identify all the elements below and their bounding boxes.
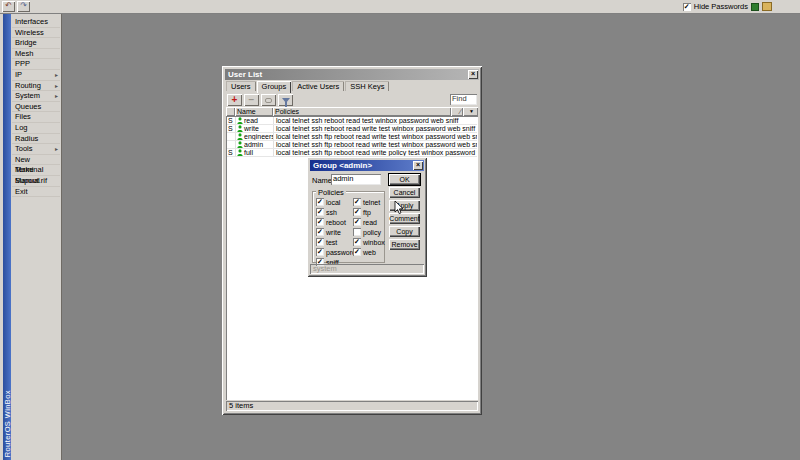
- redo-button[interactable]: ↷: [17, 1, 30, 12]
- column-dropdown-button[interactable]: ▼: [463, 107, 478, 116]
- row-policies: local telnet ssh reboot read write test …: [274, 125, 477, 132]
- group-user-icon: [237, 149, 243, 156]
- sidebar-item-make-supout-rif[interactable]: Make Supout.rif: [12, 165, 60, 176]
- add-button[interactable]: +: [227, 94, 242, 106]
- user-list-titlebar[interactable]: User List ×: [225, 69, 479, 80]
- checkbox-icon: ✓: [316, 248, 324, 256]
- column-policies[interactable]: Policies: [273, 107, 451, 116]
- redo-icon: ↷: [20, 1, 27, 10]
- minus-icon: −: [249, 95, 255, 105]
- policy-checkbox-password[interactable]: ✓password: [316, 247, 353, 257]
- group-dialog-titlebar[interactable]: Group <admin> ×: [310, 160, 424, 171]
- sidebar-item-queues[interactable]: Queues: [12, 102, 60, 113]
- checkbox-label: ssh: [326, 209, 337, 216]
- policy-checkbox-reboot[interactable]: ✓reboot: [316, 217, 353, 227]
- item-count: 5 items: [229, 401, 253, 410]
- copy-button[interactable]: Copy: [389, 226, 420, 237]
- sidebar-item-system[interactable]: System▸: [12, 91, 60, 102]
- brand-text: RouterOS WinBox: [3, 390, 12, 457]
- row-flag: [227, 133, 236, 140]
- checkbox-label: read: [363, 219, 377, 226]
- remove-button[interactable]: −: [244, 94, 259, 106]
- comment-button[interactable]: Comment: [389, 213, 420, 224]
- find-input[interactable]: Find: [450, 94, 477, 105]
- sidebar-item-files[interactable]: Files: [12, 112, 60, 123]
- top-toolbar: ↶ ↷ ✓ Hide Passwords: [0, 0, 800, 14]
- policy-checkbox-local[interactable]: ✓local: [316, 197, 353, 207]
- policy-checkbox-telnet[interactable]: ✓telnet: [353, 197, 383, 207]
- policy-checkbox-write[interactable]: ✓write: [316, 227, 353, 237]
- sidebar-item-manual[interactable]: Manual: [12, 176, 60, 187]
- filter-button[interactable]: [278, 94, 293, 106]
- sidebar-item-log[interactable]: Log: [12, 123, 60, 134]
- table-row[interactable]: Sfulllocal telnet ssh ftp reboot read wr…: [227, 149, 477, 157]
- table-row[interactable]: engineerslocal telnet ssh ftp reboot rea…: [227, 133, 477, 141]
- sidebar-item-wireless[interactable]: Wireless: [12, 28, 60, 39]
- undo-button[interactable]: ↶: [2, 1, 15, 12]
- remove-button[interactable]: Remove: [389, 239, 420, 250]
- tab-active-users[interactable]: Active Users: [292, 81, 344, 91]
- sidebar-item-interfaces[interactable]: Interfaces: [12, 17, 60, 28]
- sidebar-item-ip[interactable]: IP▸: [12, 70, 60, 81]
- sidebar: RouterOS WinBox InterfacesWirelessBridge…: [0, 14, 62, 460]
- row-flag: S: [227, 117, 236, 124]
- ok-button[interactable]: OK: [389, 174, 420, 185]
- policy-checkbox-policy[interactable]: policy: [353, 227, 383, 237]
- user-list-close-button[interactable]: ×: [468, 70, 478, 79]
- group-dialog-close-button[interactable]: ×: [413, 161, 423, 170]
- hide-passwords-label: Hide Passwords: [694, 2, 748, 11]
- row-name-cell: full: [236, 149, 274, 156]
- policies-legend: Policies: [316, 188, 346, 197]
- column-flag[interactable]: [226, 107, 235, 116]
- group-user-icon: [237, 117, 243, 124]
- policy-checkbox-winbox[interactable]: ✓winbox: [353, 237, 383, 247]
- checkbox-label: test: [326, 239, 337, 246]
- comment-button[interactable]: [261, 94, 276, 106]
- sidebar-item-exit[interactable]: Exit: [12, 187, 60, 198]
- user-list-title: User List: [228, 70, 262, 79]
- row-name: read: [244, 117, 258, 124]
- tab-users[interactable]: Users: [226, 81, 256, 91]
- group-dialog-title: Group <admin>: [313, 161, 372, 170]
- column-name[interactable]: Name: [235, 107, 273, 116]
- checkbox-label: password: [326, 249, 356, 256]
- policy-checkbox-ftp[interactable]: ✓ftp: [353, 207, 383, 217]
- sidebar-item-ppp[interactable]: PPP: [12, 59, 60, 70]
- group-user-icon: [237, 133, 243, 140]
- policy-checkbox-web[interactable]: ✓web: [353, 247, 383, 257]
- policy-checkbox-ssh[interactable]: ✓ssh: [316, 207, 353, 217]
- filter-funnel-icon: [282, 98, 290, 103]
- name-field[interactable]: admin: [331, 174, 381, 185]
- apply-button[interactable]: Apply: [389, 200, 420, 211]
- row-flag: [227, 141, 236, 148]
- submenu-arrow-icon: ▸: [55, 81, 58, 92]
- submenu-arrow-icon: ▸: [55, 91, 58, 102]
- table-row[interactable]: Swritelocal telnet ssh reboot read write…: [227, 125, 477, 133]
- row-name-cell: engineers: [236, 133, 274, 140]
- policy-checkbox-read[interactable]: ✓read: [353, 217, 383, 227]
- userlist-status-bar: 5 items: [226, 401, 478, 411]
- submenu-arrow-icon: ▸: [55, 70, 58, 81]
- checkbox-icon: ✓: [316, 218, 324, 226]
- cancel-button[interactable]: Cancel: [389, 187, 420, 198]
- table-row[interactable]: Sreadlocal telnet ssh reboot read test w…: [227, 117, 477, 125]
- sidebar-item-label: Wireless: [15, 28, 44, 37]
- checkbox-label: write: [326, 229, 341, 236]
- hide-passwords-checkbox[interactable]: ✓: [683, 3, 691, 11]
- userlist-tabs: UsersGroupsActive UsersSSH Keys: [226, 81, 390, 92]
- row-name-cell: write: [236, 125, 274, 132]
- sidebar-item-label: Tools: [15, 144, 33, 153]
- checkbox-label: web: [363, 249, 376, 256]
- sidebar-item-bridge[interactable]: Bridge: [12, 38, 60, 49]
- group-user-icon: [237, 141, 243, 148]
- sidebar-item-tools[interactable]: Tools▸: [12, 144, 60, 155]
- tab-ssh-keys[interactable]: SSH Keys: [345, 81, 389, 91]
- sidebar-item-routing[interactable]: Routing▸: [12, 81, 60, 92]
- sidebar-item-mesh[interactable]: Mesh: [12, 49, 60, 60]
- sort-indicator-icon[interactable]: ∕: [451, 107, 463, 116]
- sidebar-item-radius[interactable]: Radius: [12, 134, 60, 145]
- policy-checkbox-test[interactable]: ✓test: [316, 237, 353, 247]
- sidebar-item-new-terminal[interactable]: New Terminal: [12, 155, 60, 166]
- tab-groups[interactable]: Groups: [257, 81, 292, 93]
- table-row[interactable]: adminlocal telnet ssh ftp reboot read wr…: [227, 141, 477, 149]
